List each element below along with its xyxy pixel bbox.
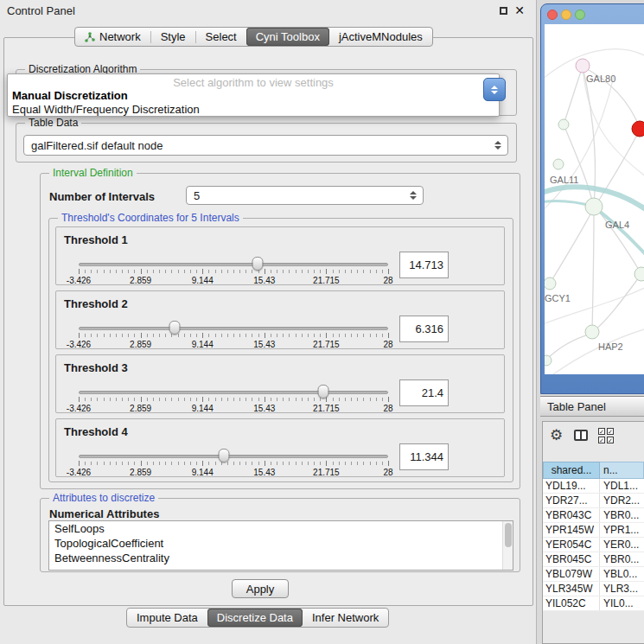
network-view-window[interactable]: GAL80GAL11GAL4GCY1HAP2: [540, 3, 644, 394]
table-row[interactable]: YBL079WYBL0...: [543, 567, 644, 582]
network-canvas[interactable]: GAL80GAL11GAL4GCY1HAP2: [545, 24, 644, 374]
tab-cyni-toolbox[interactable]: Cyni Toolbox: [246, 28, 329, 46]
number-of-intervals-label: Number of Intervals: [49, 190, 155, 203]
threshold-value-field[interactable]: 11.344: [399, 443, 449, 470]
threshold-1-slider[interactable]: -3.4262.8599.14415.4321.71528: [79, 257, 388, 284]
table-cell[interactable]: YBR0...: [600, 552, 644, 566]
dropdown-option-manual-discretization[interactable]: Manual Discretization: [12, 89, 128, 102]
gear-icon[interactable]: ⚙: [550, 426, 563, 444]
close-icon[interactable]: ✕: [514, 3, 525, 17]
algorithm-combobox-stepper[interactable]: [483, 78, 506, 101]
tab-impute-data[interactable]: Impute Data: [127, 609, 207, 627]
table-cell[interactable]: YDR2...: [600, 494, 644, 507]
window-minimize-traffic-icon[interactable]: [561, 10, 571, 20]
table-cell[interactable]: YIL052C: [543, 596, 600, 610]
network-tab-icon: [85, 32, 95, 42]
table-row[interactable]: YPR145WYPR1...: [543, 523, 644, 538]
network-node-gal80[interactable]: [576, 59, 590, 73]
column-header-shared-name[interactable]: shared...: [543, 462, 600, 479]
table-cell[interactable]: YIL0...: [600, 596, 644, 610]
table-cell[interactable]: YLR345W: [543, 582, 600, 596]
table-data-combobox[interactable]: galFiltered.sif default node: [23, 135, 508, 156]
columns-icon[interactable]: [574, 430, 588, 441]
tab-discretize-data[interactable]: Discretize Data: [207, 609, 303, 627]
slider-track[interactable]: [79, 327, 388, 330]
tab-jactivemnodules[interactable]: jActiveMNodules: [329, 28, 432, 46]
table-cell[interactable]: YPR145W: [543, 523, 600, 537]
table-cell[interactable]: YDL19...: [543, 479, 600, 493]
table-cell[interactable]: YER054C: [543, 538, 600, 552]
table-row[interactable]: YBR045CYBR0...: [543, 552, 644, 567]
threshold-2-slider[interactable]: -3.4262.8599.14415.4321.71528: [79, 321, 388, 348]
slider-tick: [178, 334, 179, 337]
tab-select[interactable]: Select: [196, 28, 246, 46]
slider-thumb[interactable]: [317, 385, 328, 399]
table-cell[interactable]: YBL0...: [600, 567, 644, 581]
threshold-value-field[interactable]: 6.316: [399, 316, 449, 342]
window-close-traffic-icon[interactable]: [547, 10, 558, 20]
slider-track[interactable]: [79, 263, 388, 266]
network-node-gcy1[interactable]: [545, 277, 556, 290]
window-zoom-traffic-icon[interactable]: [575, 10, 585, 20]
table-row[interactable]: YIL052CYIL0...: [543, 596, 644, 611]
number-of-intervals-combobox[interactable]: 5: [186, 186, 424, 205]
tab-style[interactable]: Style: [151, 28, 195, 46]
scrollbar-thumb[interactable]: [505, 523, 512, 547]
table-cell[interactable]: YBR045C: [543, 552, 600, 566]
slider-tick: [91, 270, 92, 273]
network-node-hap2[interactable]: [585, 325, 599, 339]
table-row[interactable]: YBR043CYBR0...: [543, 508, 644, 523]
slider-thumb[interactable]: [219, 449, 230, 462]
table-row[interactable]: YDL19...YDL1...: [543, 479, 644, 494]
tab-network[interactable]: Network: [75, 28, 150, 46]
network-node[interactable]: [558, 119, 569, 130]
table-cell[interactable]: YDR27...: [543, 494, 600, 507]
slider-scale-label: 21.715: [313, 276, 340, 285]
slider-scale-label: 15.43: [253, 468, 275, 477]
dropdown-option-equal-width-frequency[interactable]: Equal Width/Frequency Discretization: [12, 103, 200, 116]
float-window-icon[interactable]: [500, 7, 507, 15]
network-node-gal4[interactable]: [585, 198, 603, 215]
list-item[interactable]: BetweennessCentrality: [49, 551, 513, 565]
table-cell[interactable]: YBR043C: [543, 508, 600, 522]
threshold-4-slider[interactable]: -3.4262.8599.14415.4321.71528: [79, 449, 388, 476]
apply-button[interactable]: Apply: [232, 579, 289, 598]
table-cell[interactable]: YBR0...: [600, 508, 644, 522]
column-header-name[interactable]: n...: [600, 462, 644, 479]
network-node-gal11[interactable]: [553, 159, 564, 169]
slider-tick: [153, 334, 154, 337]
numerical-attributes-list[interactable]: SelfLoopsTopologicalCoefficientBetweenne…: [48, 520, 513, 571]
slider-track[interactable]: [79, 455, 388, 458]
table-row[interactable]: YLR345WYLR3...: [543, 582, 644, 596]
slider-thumb[interactable]: [252, 257, 263, 271]
list-item[interactable]: SelfLoops: [49, 521, 513, 536]
table-cell[interactable]: YPR1...: [600, 523, 644, 537]
slider-tick: [147, 398, 148, 401]
select-columns-icon[interactable]: ✓ ✓ ✓ ✓: [598, 428, 617, 444]
table-cell[interactable]: YLR3...: [600, 582, 644, 596]
slider-tick: [153, 462, 154, 465]
threshold-value-field[interactable]: 21.4: [399, 379, 449, 406]
table-cell[interactable]: YDL1...: [600, 479, 644, 493]
network-node-selected[interactable]: [632, 121, 644, 137]
threshold-value-field[interactable]: 14.713: [399, 252, 449, 278]
network-node[interactable]: [545, 355, 552, 366]
slider-tick: [357, 270, 358, 273]
slider-tick: [184, 270, 185, 273]
table-row[interactable]: YDR27...YDR2...: [543, 494, 644, 508]
list-item[interactable]: TopologicalCoefficient: [49, 536, 513, 551]
slider-tick: [104, 334, 105, 337]
slider-tick: [208, 334, 209, 337]
network-node[interactable]: [634, 267, 644, 281]
table-cell[interactable]: YER0...: [600, 538, 644, 552]
table-row[interactable]: YER054CYER0...: [543, 538, 644, 552]
tab-infer-network[interactable]: Infer Network: [303, 609, 388, 627]
slider-track[interactable]: [79, 391, 388, 394]
slider-tick: [178, 398, 179, 401]
table-cell[interactable]: YBL079W: [543, 567, 600, 581]
scrollbar[interactable]: [502, 521, 513, 570]
threshold-3-slider[interactable]: -3.4262.8599.14415.4321.71528: [79, 385, 388, 412]
slider-tick: [388, 397, 389, 402]
slider-thumb[interactable]: [169, 321, 180, 335]
slider-tick: [97, 398, 98, 401]
